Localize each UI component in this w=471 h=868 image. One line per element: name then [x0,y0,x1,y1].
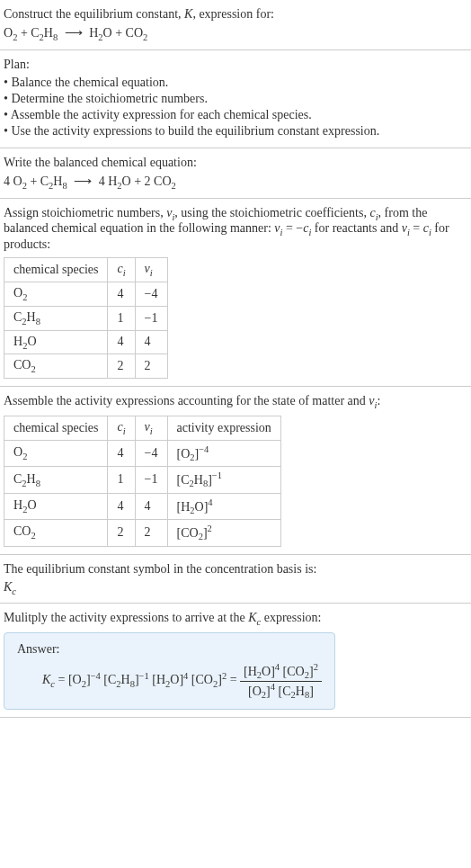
cell-activity: [C2H8]−1 [167,467,280,493]
table-row: O2 4 −4 [4,282,168,306]
cell-v: −1 [135,467,167,493]
section-assign: Assign stoichiometric numbers, νi, using… [0,199,471,388]
plan-title: Plan: [4,58,467,72]
assign-mid3: for reactants and [311,221,401,235]
cell-v: −4 [135,440,167,466]
plan-item: • Use the activity expressions to build … [4,124,467,139]
construct-prefix: Construct the equilibrium constant, [4,7,184,21]
answer-equation: Kc = [O2]−4 [C2H8]−1 [H2O]4 [CO2]2 = [H2… [17,662,322,700]
section-symbol: The equilibrium constant symbol in the c… [0,555,471,604]
section-plan: Plan: • Balance the chemical equation. •… [0,50,471,148]
cell-v: −1 [135,306,167,330]
col-nu: νi [135,258,167,282]
rel2: νi [402,221,410,235]
cell-activity: [CO2]2 [167,520,280,546]
symbol-line: The equilibrium constant symbol in the c… [4,562,467,577]
construct-line: Construct the equilibrium constant, K, e… [4,7,467,22]
table-header-row: chemical species ci νi [4,258,168,282]
assemble-prefix: Assemble the activity expressions accoun… [4,394,369,407]
numerator: [H2O]4 [CO2]2 [240,662,322,681]
col-nu: νi [135,416,167,440]
cell-c: 4 [108,282,135,306]
rel1-c: ci [303,221,311,235]
Kc-inline: Kc [248,611,261,624]
section-answer: Mulitply the activity expressions to arr… [0,604,471,718]
rel2-c: ci [423,221,431,235]
cell-species: CO2 [4,354,108,379]
cell-species: CO2 [4,520,108,546]
cell-c: 4 [108,493,135,519]
fraction: [H2O]4 [CO2]2[O2]4 [C2H8] [240,662,322,700]
cell-v: −4 [135,282,167,306]
cell-c: 2 [108,520,135,546]
cell-species: O2 [4,440,108,466]
K-symbol: K [184,7,192,21]
assign-text: Assign stoichiometric numbers, νi, using… [4,206,467,253]
assemble-suffix: : [377,394,380,407]
plan-item: • Determine the stoichiometric numbers. [4,92,467,106]
cell-c: 2 [108,354,135,379]
cell-v: 2 [135,354,167,379]
table-row: H2O 4 4 [H2O]4 [4,493,281,519]
unbalanced-equation: O2 + C2H8 ⟶ H2O + CO2 [4,25,467,42]
answer-box: Answer: Kc = [O2]−4 [C2H8]−1 [H2O]4 [CO2… [4,632,335,710]
plan-item: • Assemble the activity expression for e… [4,108,467,122]
construct-suffix: , expression for: [192,7,274,21]
c-symbol: ci [369,206,378,219]
table-row: C2H8 1 −1 [C2H8]−1 [4,467,281,493]
cell-c: 4 [108,440,135,466]
cell-c: 4 [108,330,135,354]
section-balanced: Write the balanced chemical equation: 4 … [0,148,471,199]
multiply-prefix: Mulitply the activity expressions to arr… [4,611,248,624]
assign-mid1: , using the stoichiometric coefficients, [174,206,369,219]
denominator: [O2]4 [C2H8] [240,682,322,700]
col-c: ci [108,416,135,440]
plan-item: • Balance the chemical equation. [4,76,467,90]
section-construct: Construct the equilibrium constant, K, e… [0,0,471,50]
assign-prefix: Assign stoichiometric numbers, [4,206,166,219]
col-c: ci [108,258,135,282]
multiply-suffix: expression: [261,611,321,624]
cell-v: 4 [135,330,167,354]
col-activity: activity expression [167,416,280,440]
cell-activity: [H2O]4 [167,493,280,519]
stoich-table: chemical species ci νi O2 4 −4 C2H8 1 −1… [4,257,168,379]
section-assemble: Assemble the activity expressions accoun… [0,387,471,554]
col-species: chemical species [4,258,108,282]
activity-table: chemical species ci νi activity expressi… [4,416,281,547]
table-header-row: chemical species ci νi activity expressi… [4,416,281,440]
balanced-equation: 4 O2 + C2H8 ⟶ 4 H2O + 2 CO2 [4,174,467,191]
cell-v: 2 [135,520,167,546]
cell-c: 1 [108,306,135,330]
cell-species: O2 [4,282,108,306]
plan-list: • Balance the chemical equation. • Deter… [4,76,467,139]
cell-species: C2H8 [4,306,108,330]
table-row: O2 4 −4 [O2]−4 [4,440,281,466]
answer-label: Answer: [17,642,322,657]
table-row: CO2 2 2 [CO2]2 [4,520,281,546]
table-row: CO2 2 2 [4,354,168,379]
cell-activity: [O2]−4 [167,440,280,466]
Kc-symbol: Kc [4,580,467,596]
cell-species: H2O [4,493,108,519]
balanced-title: Write the balanced chemical equation: [4,156,467,170]
table-row: C2H8 1 −1 [4,306,168,330]
cell-c: 1 [108,467,135,493]
assemble-text: Assemble the activity expressions accoun… [4,394,467,410]
rel2-eq: = [410,221,423,235]
nu-symbol: νi [166,206,174,219]
cell-v: 4 [135,493,167,519]
rel1-eq: = − [282,221,303,235]
cell-species: C2H8 [4,467,108,493]
multiply-text: Mulitply the activity expressions to arr… [4,611,467,627]
cell-species: H2O [4,330,108,354]
table-row: H2O 4 4 [4,330,168,354]
col-species: chemical species [4,416,108,440]
